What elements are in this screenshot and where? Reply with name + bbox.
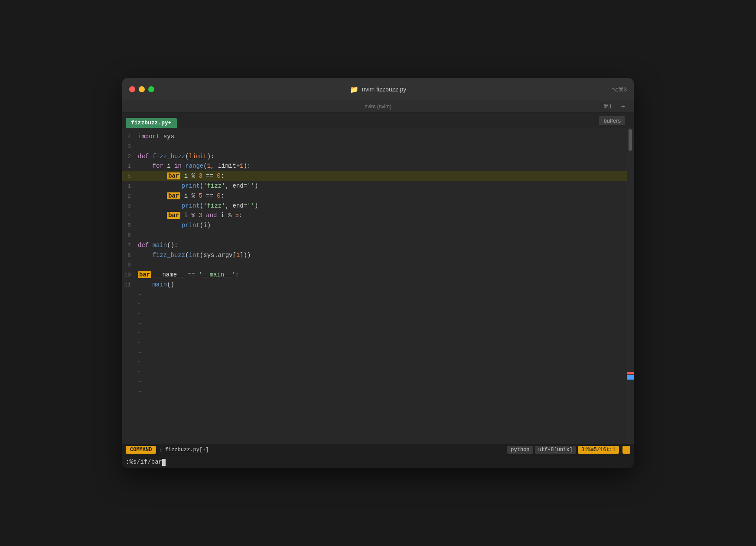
titlebar-center: 📁 nvim fizzbuzz.py — [350, 85, 407, 94]
traffic-lights — [129, 86, 154, 92]
subtitle-text: nvim (nvim) — [365, 104, 391, 110]
code-line: 3 — [122, 142, 627, 152]
tilde-line: ~ — [122, 377, 627, 387]
code-line: 2 bar i % 5 == 0: — [122, 191, 627, 201]
status-right-section: python utf-8[unix] 31%≡5/16ℓ:1 — [507, 446, 630, 454]
code-editor[interactable]: 4 import sys 3 2 def fizz_buzz(limit): 1… — [122, 128, 627, 444]
tilde-line: ~ — [122, 387, 627, 396]
cursor — [162, 459, 166, 466]
code-line: 1 print('fizz', end='') — [122, 181, 627, 191]
tilde-line: ~ — [122, 290, 627, 299]
code-line: 2 def fizz_buzz(limit): — [122, 152, 627, 162]
command-line[interactable]: :%s/if/bar — [122, 456, 634, 468]
code-line: 7 def main(): — [122, 240, 627, 250]
tilde-line: ~ — [122, 309, 627, 319]
tilde-line: ~ — [122, 299, 627, 309]
subtitle-bar: nvim (nvim) ⌘1 + — [122, 101, 634, 113]
mode-indicator: COMMAND — [126, 446, 156, 454]
file-tab[interactable]: fizzbuzz.py+ — [126, 118, 177, 128]
tilde-line: ~ — [122, 348, 627, 358]
code-line: 10 bar __name__ == '__main__': — [122, 270, 627, 280]
position-badge: 31%≡5/16ℓ:1 — [578, 446, 619, 454]
language-badge: python — [507, 446, 533, 454]
window-title: nvim fizzbuzz.py — [362, 86, 407, 93]
editor-area: 4 import sys 3 2 def fizz_buzz(limit): 1… — [122, 128, 634, 444]
tab-row: fizzbuzz.py+ buffers — [122, 113, 634, 128]
scrollbar-thumb[interactable] — [629, 129, 632, 151]
code-line: 9 — [122, 260, 627, 270]
buffers-button[interactable]: buffers — [599, 117, 625, 124]
status-icon — [622, 446, 630, 454]
code-line: 8 fizz_buzz(int(sys.argv[1])) — [122, 250, 627, 260]
close-button[interactable] — [129, 86, 135, 92]
minimap-indicator-red — [627, 372, 634, 374]
tilde-line: ~ — [122, 367, 627, 377]
tilde-line: ~ — [122, 358, 627, 367]
code-line: 6 — [122, 231, 627, 240]
minimize-button[interactable] — [139, 86, 145, 92]
scrollbar-area[interactable] — [627, 128, 634, 444]
titlebar-shortcut: ⌥⌘3 — [612, 86, 627, 93]
encoding-badge: utf-8[unix] — [535, 446, 576, 454]
maximize-button[interactable] — [148, 86, 154, 92]
folder-icon: 📁 — [350, 85, 358, 94]
code-line: 5 print(i) — [122, 221, 627, 231]
tab-shortcut: ⌘1 — [603, 103, 612, 110]
arrow-separator: › — [160, 447, 161, 453]
code-line: 5 bar i % 3 == 0: — [122, 171, 627, 181]
code-line: 3 print('fizz', end='') — [122, 201, 627, 211]
titlebar: 📁 nvim fizzbuzz.py ⌥⌘3 — [122, 78, 634, 101]
status-filename: fizzbuzz.py[+] — [165, 447, 209, 453]
command-text: :%s/if/bar — [126, 458, 166, 465]
statusbar: COMMAND › fizzbuzz.py[+] python utf-8[un… — [122, 444, 634, 456]
editor-window: 📁 nvim fizzbuzz.py ⌥⌘3 nvim (nvim) ⌘1 + … — [122, 78, 634, 468]
code-line: 4 import sys — [122, 132, 627, 142]
tilde-line: ~ — [122, 328, 627, 338]
code-line: 4 bar i % 3 and i % 5: — [122, 211, 627, 221]
minimap-indicator-blue — [627, 375, 634, 380]
tilde-line: ~ — [122, 319, 627, 328]
code-line: 11 main() — [122, 280, 627, 290]
code-line: 1 for i in range(1, limit+1): — [122, 161, 627, 171]
tilde-line: ~ — [122, 338, 627, 348]
new-tab-button[interactable]: + — [621, 103, 625, 110]
